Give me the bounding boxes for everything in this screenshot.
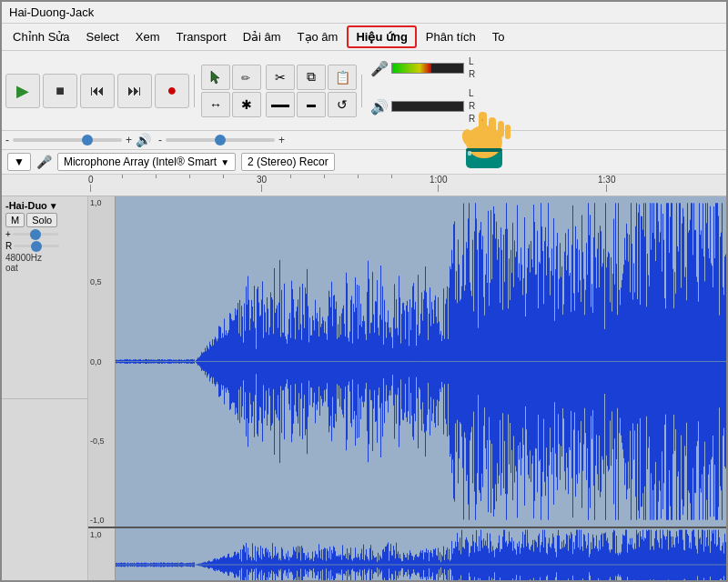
- track-panel-1: -Hai-Duo ▼ M Solo + R 48000Hz oat: [2, 196, 87, 399]
- multi-tool[interactable]: ✱: [232, 92, 261, 117]
- separator-1: [194, 75, 195, 107]
- ruler-container: 0 30 1:00 1:30: [88, 175, 726, 194]
- skip-start-icon: [90, 83, 105, 99]
- input-minus-label: -: [158, 134, 162, 146]
- gain-plus-label: +: [5, 229, 11, 239]
- menu-transport[interactable]: Transport: [168, 27, 233, 46]
- track-panel-2: [2, 399, 87, 583]
- skip-start-button[interactable]: [80, 74, 115, 108]
- envelope-icon: ✏: [238, 69, 255, 85]
- skip-end-icon: [127, 83, 142, 99]
- pan-row: R: [5, 241, 84, 251]
- wave-scale-1: 1,0 0,5 0,0 -0,5 -1,0: [88, 196, 116, 527]
- mic-device-name-dropdown[interactable]: Microphone Array (Intel® Smart ▼: [57, 153, 236, 171]
- ruler-mark-0: 0: [88, 175, 94, 192]
- menu-select[interactable]: Select: [79, 27, 126, 46]
- app-title: Hai-Duong-Jack: [9, 5, 94, 19]
- solo-button[interactable]: Solo: [26, 213, 57, 227]
- output-minus-label: -: [5, 134, 9, 146]
- menu-hieu-ung[interactable]: Hiệu ứng: [347, 25, 416, 48]
- channel-lr-output: L R R: [467, 85, 477, 127]
- ruler-tick-3: [189, 175, 190, 178]
- channel-dropdown[interactable]: 2 (Stereo) Recor: [241, 153, 335, 171]
- meter-group: 🎤 L R 🔊 L R R: [370, 54, 477, 127]
- menu-tao-am[interactable]: Tạo âm: [290, 27, 346, 46]
- ruler-tick-5: [290, 175, 291, 178]
- menu-chinh-sua[interactable]: Chỉnh Sửa: [5, 27, 77, 46]
- output-volume-container: - + 🔊: [5, 133, 151, 147]
- device-bar: ▼ 🎤 Microphone Array (Intel® Smart ▼ 2 (…: [2, 150, 726, 175]
- menu-phan-tich[interactable]: Phân tích: [419, 27, 483, 46]
- channel-lr-input: L R: [467, 54, 477, 83]
- ruler-mark-30: 30: [257, 175, 267, 192]
- track-solo-mute: M Solo: [5, 213, 84, 227]
- gain-slider[interactable]: [13, 233, 58, 236]
- tools-row-3: ✂ ⧉ 📋: [266, 65, 357, 90]
- menu-to[interactable]: To: [485, 27, 512, 46]
- volume-area: - + 🔊 - +: [2, 131, 726, 150]
- separator-2: [361, 75, 362, 107]
- ruler-tick-6: [324, 175, 325, 178]
- tools-row-1: ✏: [201, 65, 261, 90]
- cursor-icon: [207, 69, 224, 85]
- input-device-dropdown[interactable]: ▼: [7, 153, 31, 171]
- channel-label: 2 (Stereo) Recor: [248, 156, 329, 168]
- menu-xem[interactable]: Xem: [128, 27, 167, 46]
- zoom-in-tool[interactable]: ▬: [297, 92, 326, 117]
- track-dropdown-arrow[interactable]: ▼: [49, 201, 58, 211]
- selection-tool[interactable]: [201, 65, 230, 90]
- pan-slider[interactable]: [14, 245, 59, 247]
- timeline-ruler: 0 30 1:00 1:30: [2, 175, 726, 196]
- input-meter-row: 🎤 L R: [370, 54, 477, 83]
- skip-end-button[interactable]: [117, 74, 152, 108]
- ruler-mark-100: 1:00: [430, 175, 447, 192]
- svg-text:✏: ✏: [241, 72, 250, 85]
- mic-icon: 🎤: [370, 60, 389, 77]
- ruler-tick-4: [223, 175, 224, 178]
- output-volume-slider[interactable]: [13, 138, 122, 142]
- paste-tool[interactable]: 📋: [328, 65, 357, 90]
- mute-button[interactable]: M: [5, 213, 25, 227]
- dropdown-arrow-mic: ▼: [220, 157, 229, 167]
- menu-dai-am[interactable]: Dải âm: [236, 27, 288, 46]
- ruler-tick-7: [358, 175, 359, 178]
- track-sample-rate: 48000Hz oat: [5, 253, 84, 273]
- undo-btn[interactable]: ↺: [328, 92, 357, 117]
- waveform-canvas-1: [116, 196, 726, 527]
- output-meter-row: 🔊 L R R: [370, 85, 477, 127]
- speaker-icon: 🔊: [370, 98, 389, 115]
- waveform-track-2[interactable]: 1,0: [88, 528, 726, 582]
- copy-tool[interactable]: ⧉: [297, 65, 326, 90]
- ruler-tick-1: [122, 175, 123, 178]
- mic-device-name: Microphone Array (Intel® Smart: [64, 156, 217, 168]
- wave-scale-2: 1,0: [88, 528, 116, 582]
- stop-button[interactable]: [43, 74, 77, 108]
- ruler-tick-2: [156, 175, 157, 178]
- input-plus-label: +: [278, 134, 285, 146]
- envelope-tool[interactable]: ✏: [232, 65, 261, 90]
- silence-tool[interactable]: ▬▬: [266, 92, 295, 117]
- tools-row-2: ↔ ✱: [201, 92, 261, 117]
- track-controls: -Hai-Duo ▼ M Solo + R 48000Hz oat: [2, 196, 88, 582]
- record-button[interactable]: [155, 74, 189, 108]
- output-plus-label: +: [126, 134, 132, 146]
- cut-tool[interactable]: ✂: [266, 65, 295, 90]
- input-level-bar: [392, 64, 431, 73]
- tools-group: ✏ ↔ ✱: [201, 65, 261, 117]
- play-icon: [16, 81, 29, 101]
- record-icon: [167, 81, 177, 100]
- waveform-area: 1,0 0,5 0,0 -0,5 -1,0 1,0: [88, 196, 726, 582]
- pan-r-label: R: [5, 241, 12, 251]
- track-name: -Hai-Duo ▼: [5, 200, 84, 211]
- ruler-mark-130: 1:30: [598, 175, 615, 192]
- track-gain-row: +: [5, 229, 84, 239]
- input-volume-container: - +: [158, 134, 285, 146]
- stop-icon: [56, 83, 65, 99]
- waveform-track-1[interactable]: 1,0 0,5 0,0 -0,5 -1,0: [88, 196, 726, 528]
- play-button[interactable]: [5, 74, 40, 108]
- waveform-canvas-2: [116, 528, 726, 582]
- timeshift-tool[interactable]: ↔: [201, 92, 230, 117]
- input-volume-slider[interactable]: [166, 138, 275, 142]
- dropdown-arrow-1: ▼: [14, 156, 25, 168]
- menu-bar: Chỉnh Sửa Select Xem Transport Dải âm Tạ…: [2, 24, 726, 51]
